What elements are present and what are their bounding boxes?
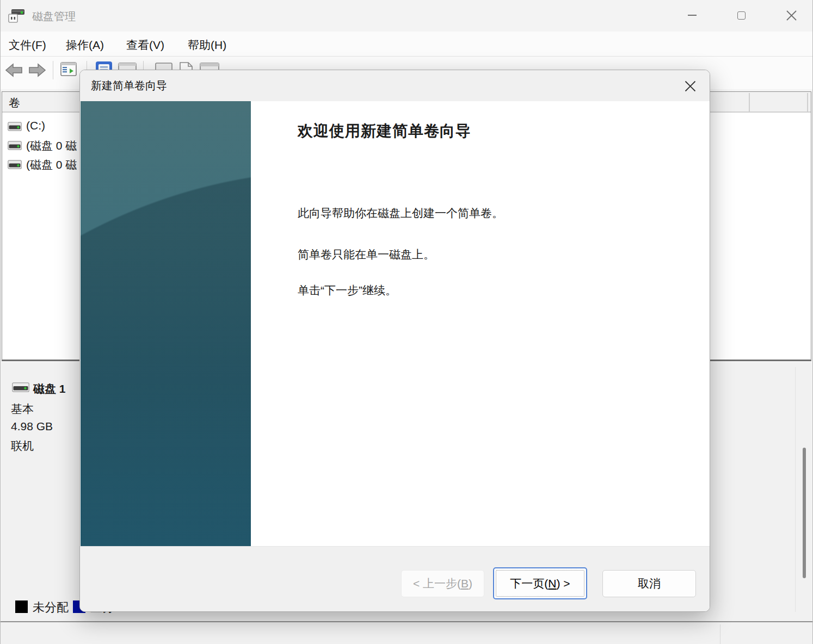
back-icon[interactable] — [5, 63, 23, 77]
disk-1-icon — [12, 382, 29, 392]
close-button[interactable] — [774, 3, 808, 27]
back-button-mnemonic: B — [461, 577, 469, 590]
next-button-label: 下一页( — [510, 577, 548, 590]
minimize-button[interactable] — [675, 3, 709, 27]
wizard-banner-image — [81, 101, 251, 547]
minimize-icon — [688, 15, 697, 16]
close-icon — [685, 81, 696, 92]
dialog-body: 欢迎使用新建简单卷向导 此向导帮助你在磁盘上创建一个简单卷。 简单卷只能在单一磁… — [80, 101, 710, 546]
back-button[interactable]: < 上一步(B) — [401, 570, 484, 597]
menu-action[interactable]: 操作(A) — [66, 38, 104, 53]
next-button-mnemonic: N — [548, 577, 556, 590]
next-button-label-suffix: ) > — [557, 577, 570, 590]
vertical-scrollbar-thumb[interactable] — [803, 448, 806, 578]
dialog-title: 新建简单卷向导 — [91, 78, 167, 93]
volume-icon — [8, 141, 22, 150]
menu-view[interactable]: 查看(V) — [126, 38, 164, 53]
titlebar: 磁盘管理 — [1, 0, 812, 32]
disk-1-size: 4.98 GB — [11, 420, 53, 433]
column-header-volume[interactable]: 卷 — [9, 95, 20, 110]
disk-1-type: 基本 — [11, 401, 34, 417]
dialog-footer: < 上一步(B) 下一页(N) > 取消 — [80, 546, 710, 611]
statusbar — [1, 621, 812, 644]
maximize-icon — [737, 11, 746, 20]
volume-icon — [8, 160, 22, 169]
statusbar-separator — [720, 624, 720, 644]
wizard-text-line: 简单卷只能在单一磁盘上。 — [298, 247, 435, 262]
next-button[interactable]: 下一页(N) > — [493, 567, 587, 599]
menubar: 文件(F) 操作(A) 查看(V) 帮助(H) — [1, 32, 812, 57]
disk-management-app-icon — [8, 8, 25, 24]
disk-1-name[interactable]: 磁盘 1 — [33, 381, 66, 397]
wizard-text-line: 此向导帮助你在磁盘上创建一个简单卷。 — [298, 206, 503, 221]
dialog-titlebar: 新建简单卷向导 — [80, 70, 710, 101]
volume-label: (磁盘 0 磁 — [26, 157, 77, 172]
console-tree-icon[interactable] — [60, 62, 77, 77]
dialog-close-button[interactable] — [680, 76, 700, 96]
back-button-label-suffix: ) — [469, 577, 472, 590]
window-title: 磁盘管理 — [32, 9, 76, 24]
wizard-heading: 欢迎使用新建简单卷向导 — [298, 121, 471, 141]
close-icon — [786, 10, 797, 21]
menu-help[interactable]: 帮助(H) — [188, 38, 226, 53]
menu-file[interactable]: 文件(F) — [9, 38, 46, 53]
legend-label-unallocated: 未分配 — [33, 599, 69, 616]
cancel-button[interactable]: 取消 — [602, 570, 696, 597]
pane-divider — [795, 367, 796, 612]
legend-swatch-unallocated — [15, 600, 28, 613]
forward-icon[interactable] — [28, 63, 46, 77]
column-divider[interactable] — [807, 93, 808, 112]
wizard-text-line: 单击“下一步”继续。 — [298, 283, 397, 298]
disk-1-status: 联机 — [11, 438, 34, 454]
volume-label: (C:) — [26, 119, 45, 132]
toolbar-separator — [53, 61, 53, 79]
maximize-button[interactable] — [724, 3, 758, 27]
volume-icon — [8, 122, 22, 131]
back-button-label: < 上一步( — [413, 577, 461, 590]
new-simple-volume-wizard-dialog: 新建简单卷向导 欢迎使用新建简单卷向导 此向导帮助你在磁盘上创建一个简单卷。 简… — [79, 70, 710, 612]
volume-label: (磁盘 0 磁 — [26, 138, 77, 153]
column-divider[interactable] — [749, 93, 750, 112]
disk-management-window: 磁盘管理 文件(F) 操作(A) 查看(V) 帮助(H) — [0, 0, 813, 644]
